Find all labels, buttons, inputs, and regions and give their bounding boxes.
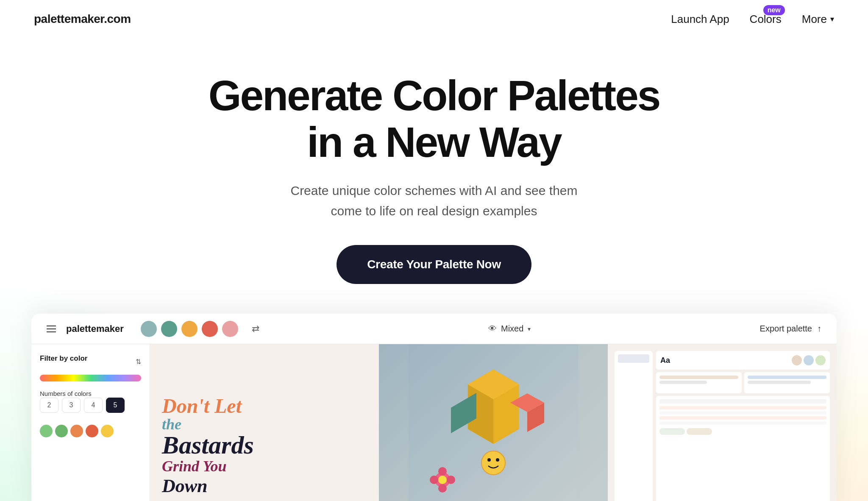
ui-card-bar-4 — [748, 381, 811, 384]
typo-down: Down — [162, 475, 367, 497]
ui-card-1 — [656, 372, 742, 393]
ui-sidebar-item-5 — [618, 409, 649, 418]
ui-title: Aa — [660, 356, 670, 365]
filter-by-color-label: Filter by color — [40, 354, 87, 363]
app-content: Filter by color ⇅ Numbers of colors 2 3 … — [31, 344, 837, 501]
number-pill-3[interactable]: 3 — [62, 398, 81, 413]
navbar: palettemaker.com Launch App Colors new M… — [0, 0, 868, 38]
ui-sidebar-item-2 — [618, 377, 649, 386]
svg-point-11 — [496, 458, 499, 462]
new-badge: new — [763, 5, 785, 15]
app-topbar-left: palettemaker ⇄ — [47, 321, 259, 337]
ui-table-row-1 — [659, 406, 826, 409]
ui-table-area — [656, 396, 830, 501]
app-topbar-right: Export palette ↑ — [760, 324, 821, 334]
create-palette-button[interactable]: Create Your Palette Now — [337, 245, 531, 284]
more-nav-wrapper: More ▾ — [802, 13, 834, 26]
ui-avatar-2 — [804, 355, 814, 365]
color-dot-5[interactable] — [222, 321, 238, 337]
ui-badge-1 — [659, 428, 685, 435]
ui-card-bar-2 — [659, 381, 707, 384]
ui-header-row: Aa — [656, 351, 830, 370]
sidebar-circle-4 — [86, 425, 98, 437]
navbar-right: Launch App Colors new More ▾ — [671, 13, 834, 26]
color-dot-3[interactable] — [181, 321, 198, 337]
number-pill-2[interactable]: 2 — [40, 398, 58, 413]
app-logo-text: palettemaker — [66, 323, 124, 334]
ui-sidebar-item-3 — [618, 387, 649, 397]
app-main-grid: Don't Let the Bastards Grind You Down — [150, 344, 837, 501]
typography-preview: Don't Let the Bastards Grind You Down — [150, 383, 379, 501]
isometric-art — [379, 344, 608, 501]
hamburger-icon[interactable] — [47, 326, 56, 332]
ui-header-actions — [792, 355, 826, 365]
preview-card-poster: Don't Let the Bastards Grind You Down — [150, 344, 379, 501]
ui-badge-row — [659, 428, 826, 435]
app-ui-preview: Aa — [608, 344, 837, 501]
filter-controls: Filter by color ⇅ — [40, 354, 141, 369]
ui-card-bar-3 — [748, 376, 826, 379]
typo-dont: Don't Let — [162, 396, 367, 416]
typo-grind: Grind You — [162, 457, 367, 475]
more-link[interactable]: More — [802, 13, 827, 26]
isometric-svg — [379, 344, 608, 501]
svg-point-13 — [438, 467, 447, 476]
color-dot-4[interactable] — [202, 321, 218, 337]
ui-table-header — [659, 399, 826, 404]
ui-main-area: Aa — [656, 351, 830, 501]
ui-content-row-1 — [656, 372, 830, 393]
ui-card-bar-1 — [659, 376, 738, 379]
svg-point-17 — [438, 476, 447, 484]
hero-title: Generate Color Palettes in a New Way — [209, 72, 660, 165]
export-palette-label[interactable]: Export palette — [760, 324, 812, 334]
hero-title-line1: Generate Color Palettes — [209, 72, 660, 119]
app-sidebar: Filter by color ⇅ Numbers of colors 2 3 … — [31, 344, 150, 501]
number-pills: 2 3 4 5 — [40, 398, 141, 413]
sidebar-circle-1 — [40, 425, 53, 437]
app-topbar: palettemaker ⇄ 👁 Mixed ▾ Export palette … — [31, 314, 837, 344]
view-mode-label[interactable]: Mixed — [501, 324, 523, 334]
number-pill-5[interactable]: 5 — [106, 398, 125, 413]
chevron-down-icon: ▾ — [830, 14, 834, 24]
eye-icon: 👁 — [488, 324, 497, 334]
ui-sidebar-header — [618, 354, 649, 363]
upload-icon[interactable]: ↑ — [817, 324, 821, 334]
ui-layout: Aa — [615, 351, 830, 501]
filter-icon[interactable]: ⇅ — [136, 358, 141, 366]
color-dot-1[interactable] — [141, 321, 157, 337]
sidebar-circle-2 — [55, 425, 68, 437]
app-topbar-center: 👁 Mixed ▾ — [488, 324, 531, 334]
svg-point-15 — [430, 476, 438, 484]
ui-badge-2 — [687, 428, 712, 435]
colors-nav-wrapper: Colors new — [750, 13, 782, 26]
number-pill-4[interactable]: 4 — [84, 398, 103, 413]
preview-card-app-ui: Aa — [608, 344, 837, 501]
sidebar-circle-5 — [101, 425, 114, 437]
site-logo[interactable]: palettemaker.com — [34, 12, 131, 26]
color-dots — [141, 321, 238, 337]
hero-subtitle: Create unique color schemes with AI and … — [286, 181, 582, 221]
svg-point-10 — [487, 458, 491, 462]
ui-table-row-3 — [659, 416, 826, 420]
launch-app-link[interactable]: Launch App — [671, 13, 729, 26]
preview-card-isometric — [379, 344, 608, 501]
svg-point-14 — [438, 484, 447, 493]
color-spectrum-bar — [40, 375, 141, 381]
ui-avatar-3 — [815, 355, 826, 365]
typo-bastards: Bastards — [162, 433, 367, 457]
hero-section: Generate Color Palettes in a New Way Cre… — [0, 38, 868, 501]
svg-point-9 — [481, 451, 505, 475]
svg-point-16 — [447, 476, 455, 484]
ui-avatar-1 — [792, 355, 802, 365]
ui-table-row-2 — [659, 411, 826, 415]
hero-title-line2: in a New Way — [307, 118, 561, 166]
sidebar-circle-3 — [70, 425, 83, 437]
color-dot-2[interactable] — [161, 321, 177, 337]
app-preview: palettemaker ⇄ 👁 Mixed ▾ Export palette … — [31, 314, 837, 501]
ui-sidebar-item-1 — [618, 366, 649, 376]
shuffle-icon[interactable]: ⇄ — [252, 323, 259, 334]
ui-table-row-4 — [659, 421, 826, 425]
ui-sidebar-item-4 — [618, 398, 649, 407]
ui-card-2 — [744, 372, 830, 393]
view-mode-chevron-icon: ▾ — [528, 326, 531, 332]
